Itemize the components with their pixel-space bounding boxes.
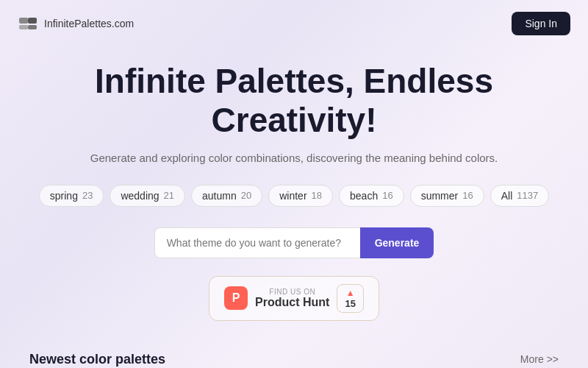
tag-all-count: 1137 [517, 190, 538, 201]
tag-spring[interactable]: spring 23 [39, 185, 104, 207]
hero-subtitle: Generate and exploring color combination… [29, 152, 559, 164]
upvote-arrow-icon: ▲ [346, 288, 355, 298]
svg-rect-1 [28, 18, 37, 24]
tag-winter-count: 18 [312, 190, 322, 201]
svg-rect-3 [28, 25, 37, 29]
tag-beach-label: beach [350, 190, 378, 202]
tag-beach-count: 16 [382, 190, 392, 201]
tag-wedding[interactable]: wedding 21 [110, 185, 185, 207]
sign-in-button[interactable]: Sign In [512, 12, 570, 35]
tag-all-label: All [501, 190, 513, 202]
search-area: Generate [29, 227, 559, 258]
tag-summer-count: 16 [462, 190, 473, 201]
more-link[interactable]: More >> [520, 353, 559, 365]
search-input[interactable] [154, 227, 360, 258]
hero-title: Infinite Palettes, Endless Creativity! [29, 62, 559, 140]
tag-beach[interactable]: beach 16 [339, 185, 404, 207]
svg-rect-2 [19, 25, 28, 29]
tag-winter-label: winter [279, 190, 306, 202]
tag-all[interactable]: All 1137 [490, 185, 549, 207]
tag-autumn-label: autumn [202, 190, 237, 202]
product-hunt-find-label: FIND US ON [255, 288, 329, 296]
logo-text: InfinitePalettes.com [44, 18, 134, 29]
product-hunt-text: FIND US ON Product Hunt [255, 288, 329, 309]
section-title: Newest color palettes [29, 352, 165, 367]
tag-spring-label: spring [50, 190, 78, 202]
logo-area: InfinitePalettes.com [18, 13, 134, 34]
generate-button[interactable]: Generate [360, 227, 434, 258]
product-hunt-icon: P [224, 286, 248, 310]
hero-section: Infinite Palettes, Endless Creativity! G… [0, 47, 588, 352]
product-hunt-area: P FIND US ON Product Hunt ▲ 15 [29, 276, 559, 321]
tag-wedding-count: 21 [164, 190, 174, 201]
bottom-section: Newest color palettes More >> [0, 352, 588, 368]
product-hunt-name: Product Hunt [255, 296, 329, 309]
tag-spring-count: 23 [82, 190, 93, 201]
logo-icon [18, 13, 38, 34]
tag-autumn[interactable]: autumn 20 [191, 185, 262, 207]
svg-rect-0 [19, 18, 28, 24]
tag-winter[interactable]: winter 18 [268, 185, 333, 207]
product-hunt-badge[interactable]: P FIND US ON Product Hunt ▲ 15 [209, 276, 379, 321]
tags-row: spring 23 wedding 21 autumn 20 winter 18… [29, 185, 559, 207]
header: InfinitePalettes.com Sign In [0, 0, 588, 47]
tag-autumn-count: 20 [241, 190, 251, 201]
tag-summer[interactable]: summer 16 [410, 185, 484, 207]
product-hunt-votes: ▲ 15 [337, 284, 363, 313]
vote-count: 15 [345, 298, 355, 309]
tag-wedding-label: wedding [121, 190, 159, 202]
tag-summer-label: summer [421, 190, 459, 202]
section-header: Newest color palettes More >> [29, 352, 559, 367]
